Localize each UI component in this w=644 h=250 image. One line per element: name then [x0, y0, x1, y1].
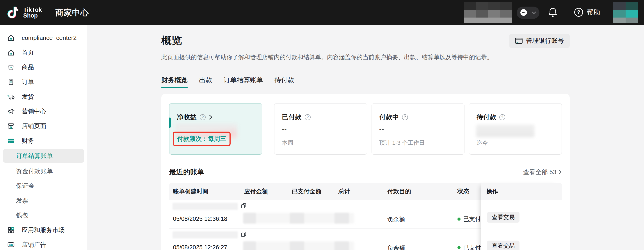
summary-cards: 净收益 ? 付款频次：每周三 — [169, 103, 562, 154]
main-area: 概览 管理银行账号 此页面提供的信息可帮助你了解和管理店铺内的付款和结算单。内容… — [87, 25, 644, 250]
topbar: TikTok Shop 商家中心 — [0, 0, 644, 25]
credit-card-icon — [7, 137, 15, 144]
col-paid: 已支付金额 — [292, 183, 321, 200]
help-circle-icon[interactable]: ? — [499, 114, 505, 120]
tab-finance-overview[interactable]: 财务概览 — [161, 76, 188, 88]
sidebar-item-home[interactable]: 首页 — [0, 45, 87, 60]
col-total: 总计 — [338, 183, 350, 200]
clipboard-icon — [7, 78, 15, 86]
sidebar-item-compliance-center2[interactable]: compliance_center2 — [0, 30, 87, 45]
card-note: 本周 — [282, 139, 293, 147]
redacted-bill-id — [172, 203, 238, 210]
redacted-bill-id — [172, 231, 238, 238]
sidebar-item-wallet[interactable]: 钱包 — [0, 208, 87, 222]
card-value: -- — [282, 126, 287, 133]
bill-created-time: 05/08/2025 12:36:18 — [173, 216, 227, 222]
ad-icon: AD — [7, 241, 15, 248]
view-transactions-button[interactable]: 查看交易 — [487, 240, 520, 250]
bills-table: 账单创建时间 应付金额 已支付金额 总计 付款目的 状态 — [169, 183, 562, 250]
megaphone-icon — [7, 108, 15, 115]
payment-purpose: 负余额 — [387, 244, 405, 250]
sidebar-item-deposit[interactable]: 保证金 — [0, 178, 87, 193]
topbar-divider — [49, 8, 49, 17]
card-title: 净收益 — [177, 113, 196, 122]
chevron-down-icon — [531, 11, 536, 14]
card-title: 待付款 — [476, 113, 496, 122]
card-pending: 待付款 ? 迄今 — [469, 103, 562, 154]
view-all-link[interactable]: 查看全部 53 — [523, 168, 562, 176]
col-purpose: 付款目的 — [387, 183, 411, 200]
sidebar-item-shop-ads[interactable]: AD 店铺广告 — [0, 237, 87, 250]
card-net-income[interactable]: 净收益 ? 付款频次：每周三 — [169, 103, 262, 154]
help-circle-icon[interactable]: ? — [305, 114, 310, 120]
manage-bank-account-button[interactable]: 管理银行账号 — [509, 34, 570, 48]
storefront-icon — [7, 122, 15, 130]
sidebar-item-fund-payment[interactable]: 资金付款账单 — [0, 164, 87, 178]
card-note: 迄今 — [476, 139, 488, 147]
notification-bell-icon[interactable] — [548, 7, 558, 18]
help-circle-icon: ? — [574, 8, 584, 17]
sidebar-item-products[interactable]: 商品 — [0, 60, 87, 74]
card-value: -- — [379, 126, 384, 133]
card-title: 已付款 — [282, 113, 302, 122]
help-label: 帮助 — [587, 8, 600, 17]
home-icon — [7, 34, 15, 42]
redacted-shop-name — [464, 2, 512, 23]
sticky-action-column: 操作 查看交易 查看交易 — [481, 183, 562, 250]
col-status: 状态 — [458, 183, 469, 200]
copy-icon[interactable] — [241, 203, 246, 209]
tabs: 财务概览 出款 订单结算账单 待付款 — [161, 76, 570, 88]
app-title: 商家中心 — [56, 7, 89, 18]
sidebar-item-shop-page[interactable]: 店铺页面 — [0, 119, 87, 133]
sidebar-item-shipping[interactable]: 发货 — [0, 89, 87, 104]
copy-icon[interactable] — [241, 231, 246, 238]
page-title: 概览 — [161, 35, 182, 46]
card-title: 付款中 — [379, 113, 399, 122]
col-created: 账单创建时间 — [173, 183, 208, 200]
bank-card-icon — [515, 37, 523, 44]
sidebar-item-orders[interactable]: 订单 — [0, 74, 87, 89]
red-annotation-box: 付款频次：每周三 — [173, 132, 230, 146]
page-description: 此页面提供的信息可帮助你了解和管理店铺内的付款和结算单。内容涵盖你的当前账户摘要… — [161, 54, 570, 61]
redacted-amount — [476, 124, 534, 137]
svg-text:?: ? — [577, 9, 580, 15]
chat-menu-pill[interactable] — [517, 6, 540, 19]
sidebar-item-marketing[interactable]: 营销中心 — [0, 104, 87, 119]
tiktok-note-icon — [6, 6, 18, 20]
sidebar-item-app-market[interactable]: 应用和服务市场 — [0, 222, 87, 237]
help-circle-icon[interactable]: ? — [402, 114, 408, 120]
chat-bubble-icon — [520, 8, 528, 17]
avatar[interactable] — [613, 2, 638, 23]
tab-order-settlement[interactable]: 订单结算账单 — [224, 76, 263, 88]
truck-icon — [7, 93, 15, 100]
tiktok-shop-logo[interactable]: TikTok Shop — [6, 6, 42, 20]
svg-text:AD: AD — [9, 243, 13, 246]
bill-created-time: 05/08/2025 12:26:27 — [173, 244, 227, 250]
tab-payouts[interactable]: 出款 — [199, 76, 212, 88]
card-paying: 付款中 ? -- 预计 1-3 个工作日 — [372, 103, 464, 154]
status-badge: 已支付 — [458, 215, 481, 223]
payment-purpose: 负余额 — [387, 216, 405, 224]
tab-pending-payment[interactable]: 待付款 — [274, 76, 294, 88]
view-transactions-button[interactable]: 查看交易 — [487, 212, 520, 222]
green-dot-icon — [458, 218, 460, 220]
help-menu[interactable]: ? 帮助 — [574, 8, 600, 17]
card-divider — [262, 103, 274, 154]
sidebar-item-order-settlement[interactable]: 订单结算账单 — [3, 149, 84, 163]
sidebar-item-finance[interactable]: 财务 — [0, 133, 87, 148]
col-payable: 应付金额 — [244, 183, 268, 200]
chevron-right-icon[interactable] — [209, 114, 212, 120]
card-note: 预计 1-3 个工作日 — [379, 139, 425, 147]
teal-accent-bar — [169, 118, 171, 128]
card-paid: 已付款 ? -- 本周 — [274, 103, 367, 154]
bag-icon — [7, 64, 15, 71]
sidebar: compliance_center2 首页 商品 订单 发货 营销中心 — [0, 25, 87, 250]
sidebar-item-invoice[interactable]: 发票 — [0, 193, 87, 208]
status-badge: 已支付 — [458, 244, 481, 250]
help-circle-icon[interactable]: ? — [200, 114, 206, 120]
green-dot-icon — [458, 246, 460, 249]
overview-panel: 净收益 ? 付款频次：每周三 — [161, 94, 570, 250]
recent-bills-title: 最近的账单 — [169, 167, 204, 177]
brand-wordmark: TikTok Shop — [23, 7, 42, 19]
payout-frequency-note: 付款频次：每周三 — [177, 135, 226, 142]
